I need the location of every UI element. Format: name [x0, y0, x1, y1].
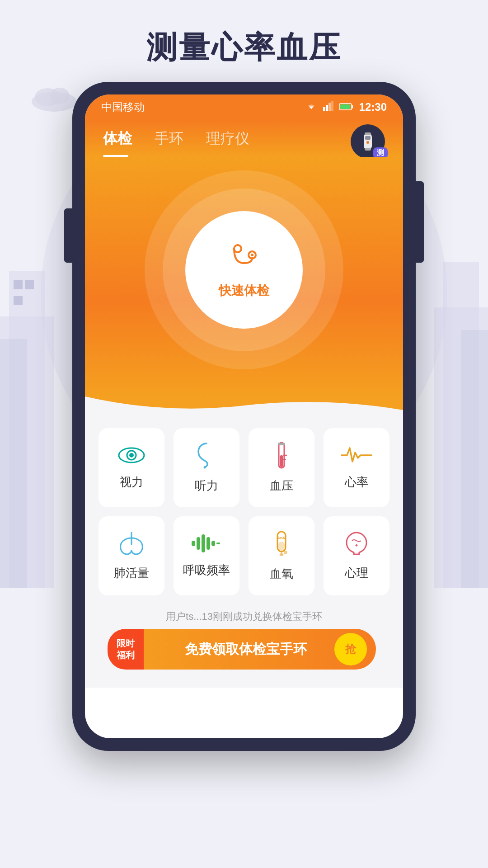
- svg-rect-2: [0, 339, 27, 588]
- center-area: 快速体检: [85, 157, 403, 396]
- vision-icon: [118, 445, 145, 467]
- svg-rect-5: [14, 296, 23, 305]
- svg-point-32: [204, 467, 206, 469]
- svg-rect-46: [278, 542, 285, 551]
- lung-icon: [118, 531, 145, 558]
- vision-label: 视力: [120, 474, 143, 490]
- header-area: 体检 手环 理疗仪: [85, 120, 403, 157]
- feature-grid: 视力 听力: [99, 428, 389, 595]
- quick-check-button[interactable]: 快速体检: [185, 211, 303, 329]
- svg-rect-8: [461, 330, 488, 588]
- hearing-icon: [197, 442, 216, 471]
- time-text: 12:30: [359, 101, 387, 113]
- tab-tijian[interactable]: 体检: [103, 129, 132, 152]
- blood-oxygen-label: 血氧: [270, 566, 293, 582]
- grid-item-vision[interactable]: 视力: [99, 428, 164, 507]
- svg-rect-4: [25, 280, 34, 289]
- grid-item-hearing[interactable]: 听力: [174, 428, 239, 507]
- promo-tag-line1: 限时: [117, 637, 135, 649]
- mental-label: 心理: [345, 565, 368, 581]
- grid-item-breath[interactable]: 呼吸频率: [174, 516, 239, 595]
- outer-ring: 快速体检: [145, 170, 343, 369]
- tab-shuhuan[interactable]: 手环: [155, 129, 183, 152]
- promo-tag-line2: 福利: [117, 649, 135, 661]
- grid-item-lung[interactable]: 肺活量: [99, 516, 164, 595]
- svg-rect-41: [202, 534, 205, 552]
- page-title: 测量心率血压: [146, 27, 342, 68]
- svg-rect-22: [365, 136, 371, 140]
- notification-bar: 用户ts...13刚刚成功兑换体检宝手环: [85, 604, 403, 629]
- phone-screen: 中国移动: [85, 94, 403, 738]
- mental-icon: [345, 531, 368, 558]
- wristband-button[interactable]: 测: [351, 124, 385, 159]
- grid-item-mental[interactable]: 心理: [324, 516, 389, 595]
- blood-pressure-label: 血压: [270, 478, 293, 494]
- svg-rect-42: [206, 537, 210, 550]
- tab-bar: 体检 手环 理疗仪: [103, 120, 385, 157]
- hearing-label: 听力: [195, 478, 218, 494]
- svg-rect-40: [197, 537, 200, 550]
- svg-rect-14: [328, 103, 331, 111]
- wave-divider: [85, 396, 403, 419]
- heart-rate-label: 心率: [345, 474, 368, 490]
- svg-point-48: [284, 551, 287, 554]
- wifi-icon: [305, 101, 318, 113]
- tab-liaoyi[interactable]: 理疗仪: [206, 129, 249, 152]
- promo-banner[interactable]: 限时 福利 免费领取体检宝手环 抢: [112, 629, 376, 670]
- battery-icon: [339, 101, 354, 113]
- svg-point-23: [366, 141, 369, 144]
- svg-rect-39: [192, 541, 195, 546]
- phone-mockup: 中国移动: [72, 82, 416, 751]
- svg-rect-43: [211, 541, 215, 546]
- breath-icon: [191, 533, 222, 555]
- promo-tag: 限时 福利: [108, 629, 144, 670]
- svg-rect-3: [14, 280, 23, 289]
- svg-rect-21: [365, 148, 371, 151]
- svg-rect-15: [331, 101, 333, 111]
- promo-btn-text: 抢: [345, 642, 356, 656]
- signal-icon: [323, 101, 334, 113]
- svg-rect-18: [340, 104, 350, 109]
- svg-rect-12: [323, 107, 325, 111]
- svg-rect-35: [278, 443, 285, 445]
- heart-rate-icon: [341, 445, 372, 467]
- lung-label: 肺活量: [114, 565, 149, 581]
- grid-item-blood-oxygen[interactable]: SaO2 血氧: [249, 516, 314, 595]
- blood-pressure-icon: [273, 442, 290, 471]
- svg-point-24: [234, 245, 241, 252]
- promo-claim-button[interactable]: 抢: [334, 633, 367, 665]
- status-bar: 中国移动: [85, 94, 403, 120]
- promo-text: 免费领取体检宝手环: [157, 640, 334, 659]
- svg-point-26: [251, 254, 253, 256]
- phone-shell: 中国移动: [72, 82, 416, 751]
- breath-label: 呼吸频率: [183, 562, 230, 578]
- svg-text:SaO2: SaO2: [277, 536, 286, 540]
- svg-rect-13: [326, 105, 328, 111]
- svg-rect-20: [365, 132, 371, 135]
- blood-oxygen-icon: SaO2: [270, 530, 293, 559]
- svg-rect-44: [216, 542, 220, 544]
- carrier-text: 中国移动: [101, 100, 145, 114]
- svg-rect-17: [352, 105, 353, 108]
- svg-rect-34: [280, 455, 283, 467]
- grid-area: 视力 听力: [85, 419, 403, 604]
- middle-ring: 快速体检: [163, 189, 325, 351]
- notification-text: 用户ts...13刚刚成功兑换体检宝手环: [166, 611, 322, 622]
- grid-item-blood-pressure[interactable]: 血压: [249, 428, 314, 507]
- svg-point-11: [50, 88, 70, 104]
- svg-point-31: [129, 453, 134, 458]
- quick-check-label: 快速体检: [219, 282, 269, 299]
- grid-item-heart-rate[interactable]: 心率: [324, 428, 389, 507]
